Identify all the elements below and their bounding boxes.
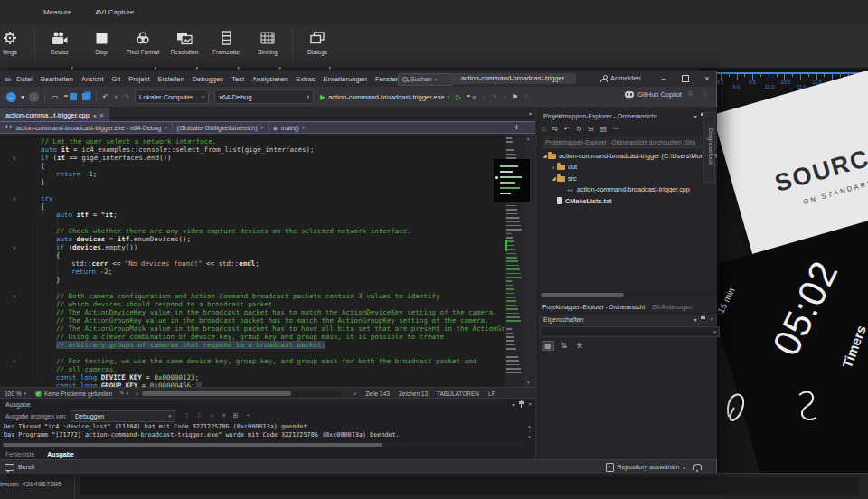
- tool-tab-ausgabe[interactable]: Ausgabe: [47, 451, 74, 457]
- target-machine-select[interactable]: Lokaler Computer▾: [135, 89, 209, 104]
- solution-explorer-header[interactable]: Projektmappen-Explorer - Ordneransicht ▾…: [538, 110, 717, 122]
- switch-view-icon[interactable]: ⇆: [552, 125, 558, 133]
- fold-collapse-icon[interactable]: ∨: [13, 194, 16, 202]
- start-without-debugging-icon[interactable]: ▷: [456, 93, 461, 101]
- undo-icon[interactable]: ↶: [564, 125, 570, 133]
- tree-item-action-command-broadcast-trigger.cpp[interactable]: ++action-command-broadcast-trigger.cpp: [538, 184, 717, 196]
- sign-in-button[interactable]: Anmelden: [600, 72, 641, 84]
- scroll-down-icon[interactable]: ▾: [527, 380, 530, 385]
- tab-action-command-broadcast-trigger-cpp[interactable]: action-comma...t-trigger.cpp ● ×: [0, 108, 109, 122]
- menu-git[interactable]: Git: [112, 75, 121, 83]
- menu-analysieren[interactable]: Analysieren: [252, 75, 288, 83]
- bookmark-icon[interactable]: ⚑: [512, 93, 518, 101]
- property-pages-icon[interactable]: ⚒: [574, 342, 584, 350]
- minimize-button[interactable]: –: [655, 71, 673, 86]
- collapse-all-icon[interactable]: ⊟: [588, 125, 593, 133]
- capture-tab-avi-capture[interactable]: AVI Capture: [95, 8, 134, 16]
- home-icon[interactable]: ⌂: [542, 125, 546, 133]
- github-copilot-button[interactable]: GitHub Copilot ⧉ ☉: [625, 89, 711, 99]
- close-tab-icon[interactable]: ×: [100, 112, 104, 118]
- tree-item-cmakelists.txt[interactable]: CMakeLists.txt: [538, 195, 717, 207]
- tool-tab-git-nderungen[interactable]: Git-Änderungen: [652, 304, 692, 310]
- add-pane-icon[interactable]: +: [514, 123, 519, 132]
- expanded-icon[interactable]: ◢: [542, 153, 548, 158]
- pencil-icon[interactable]: ✎: [119, 390, 124, 397]
- fold-collapse-icon[interactable]: ∨: [13, 357, 16, 365]
- feedback-icon[interactable]: [5, 464, 14, 471]
- close-icon[interactable]: ×: [528, 401, 532, 407]
- clear-all-icon[interactable]: ⊞: [233, 412, 239, 419]
- editor-horizontal-scrollbar[interactable]: [141, 391, 342, 397]
- step-over-icon[interactable]: ↷: [491, 93, 497, 101]
- pixel-format-button[interactable]: Pixel Format▾: [122, 24, 164, 71]
- notifications-bell-icon[interactable]: [693, 464, 702, 470]
- show-all-files-icon[interactable]: ▤: [600, 125, 607, 133]
- clear-messages-icon[interactable]: ⊘: [210, 412, 215, 419]
- menu-erweiterungen[interactable]: Erweiterungen: [324, 75, 367, 83]
- menu-extras[interactable]: Extras: [296, 75, 315, 83]
- save-all-icon[interactable]: [82, 93, 90, 100]
- copilot-badge-icon[interactable]: ☉: [702, 90, 708, 99]
- scroll-up-icon[interactable]: ▴: [527, 136, 530, 141]
- menu-bearbeiten[interactable]: Bearbeiten: [41, 75, 73, 83]
- menu-datei[interactable]: Datei: [16, 75, 33, 83]
- back-icon[interactable]: ←: [6, 92, 16, 102]
- scroll-right-icon[interactable]: ▸: [354, 391, 357, 396]
- categorized-icon[interactable]: ▦: [542, 341, 554, 351]
- char-indicator[interactable]: Zeichen 13: [399, 391, 428, 397]
- start-debugging-button[interactable]: ▶action-command-broadcast-trigger.exe▾: [320, 93, 449, 101]
- step-into-icon[interactable]: ↓: [482, 93, 486, 101]
- fold-collapse-icon[interactable]: ∨: [13, 154, 16, 162]
- step-out-icon[interactable]: ↑: [503, 93, 506, 101]
- tree-item-out[interactable]: ▹out: [538, 162, 717, 174]
- undo-caret-icon[interactable]: ▾: [114, 93, 118, 101]
- solution-explorer-horizontal-scrollbar[interactable]: [540, 292, 715, 297]
- output-panel-header[interactable]: Ausgabe ▾ ×: [0, 399, 535, 410]
- output-horizontal-scrollbar[interactable]: [2, 442, 526, 447]
- problems-status[interactable]: Keine Probleme gefunden: [44, 391, 112, 397]
- close-button[interactable]: ×: [698, 71, 716, 86]
- more-icon[interactable]: ⋯: [613, 125, 620, 133]
- zoom-select[interactable]: 100 %: [5, 391, 21, 397]
- close-icon[interactable]: ×: [710, 316, 713, 322]
- scroll-down-icon[interactable]: ▾: [525, 434, 533, 439]
- scroll-left-icon[interactable]: ◂: [136, 391, 138, 396]
- member-dropdown[interactable]: ◆ main() ▾: [269, 122, 309, 133]
- tree-item-src[interactable]: ◢src: [538, 173, 717, 184]
- value-input[interactable]: [80, 477, 859, 495]
- redo-icon[interactable]: ↷: [123, 93, 129, 101]
- bookmark-list-icon[interactable]: ⚐: [524, 93, 530, 101]
- fold-collapse-icon[interactable]: ∨: [13, 243, 16, 251]
- chevron-down-icon[interactable]: ▾: [693, 316, 696, 323]
- configuration-select[interactable]: x64-Debug▾: [214, 89, 314, 104]
- menu-test[interactable]: Test: [231, 75, 244, 83]
- output-vertical-scrollbar[interactable]: ▴ – ▾: [525, 423, 533, 445]
- properties-object-select[interactable]: ▾: [540, 326, 720, 337]
- forward-icon[interactable]: →: [29, 92, 39, 102]
- new-file-icon[interactable]: ▭: [52, 93, 59, 101]
- fold-collapse-icon[interactable]: ∨: [13, 292, 16, 300]
- output-source-select[interactable]: Debuggen ▾: [71, 410, 175, 422]
- select-repository-button[interactable]: Repository auswählen ▴: [606, 463, 685, 472]
- search-box[interactable]: Suchen ▾: [398, 73, 454, 86]
- scope-dropdown[interactable]: (Globaler Gültigkeitsbereich) ▾: [173, 122, 269, 133]
- tree-item-action-command-broadcast-trigger[interactable]: ◢action-command-broadcast-trigger (C:\Us…: [538, 150, 717, 162]
- menu-projekt[interactable]: Projekt: [128, 75, 149, 83]
- pin-icon[interactable]: [702, 315, 704, 323]
- chevron-down-icon[interactable]: ▾: [512, 401, 514, 408]
- device-button[interactable]: Device▾: [39, 24, 80, 71]
- break-all-icon[interactable]: ■: [472, 93, 476, 101]
- pin-icon[interactable]: [520, 400, 523, 408]
- dialogs-button[interactable]: Dialogs▾: [297, 24, 338, 71]
- chevron-down-icon[interactable]: ▾: [693, 113, 696, 119]
- properties-header[interactable]: Eigenschaften ▾ ×: [538, 314, 717, 325]
- capture-tab-measure[interactable]: Measure: [43, 8, 71, 16]
- tool-tab-fehlerliste[interactable]: Fehlerliste: [5, 451, 34, 457]
- framerate-button[interactable]: Framerate▾: [205, 24, 247, 71]
- message-prev-icon[interactable]: ↥: [184, 412, 190, 419]
- refresh-icon[interactable]: ↻: [576, 125, 581, 133]
- tool-tab-projektmappen-explorer-ordneransicht[interactable]: Projektmappen-Explorer - Ordneransicht: [542, 304, 645, 310]
- project-dropdown[interactable]: ++ action-command-broadcast-trigger.exe …: [0, 122, 173, 133]
- copilot-share-icon[interactable]: ⧉: [688, 89, 693, 99]
- eol-indicator[interactable]: LF: [488, 391, 495, 397]
